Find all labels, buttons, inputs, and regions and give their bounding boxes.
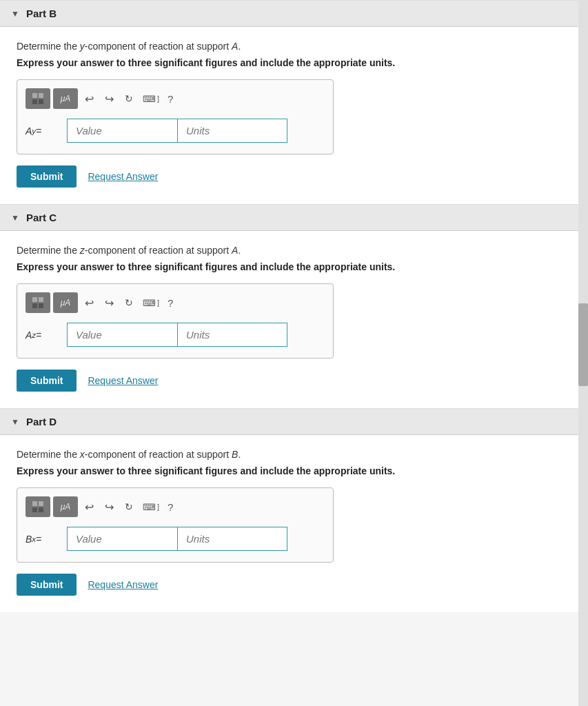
- part-b-help-button[interactable]: ?: [165, 90, 176, 108]
- part-c-answer-box: μA ↩ ↪ ↻ ⌨ ] ? Az =: [17, 283, 334, 359]
- part-d-value-input[interactable]: [67, 527, 177, 551]
- part-d-instruction: Express your answer to three significant…: [17, 465, 571, 476]
- part-d-refresh-button[interactable]: ↻: [121, 498, 137, 515]
- part-d-body: Determine the x-component of reaction at…: [0, 435, 588, 612]
- part-c-description: Determine the z-component of reaction at…: [17, 245, 571, 256]
- grid-icon: [32, 296, 44, 309]
- part-d-action-row: Submit Request Answer: [17, 574, 571, 596]
- part-b-toolbar: μA ↩ ↪ ↻ ⌨ ] ?: [26, 88, 325, 109]
- part-b-refresh-button[interactable]: ↻: [121, 90, 137, 107]
- part-c-refresh-button[interactable]: ↻: [121, 294, 137, 311]
- svg-rect-0: [32, 93, 37, 98]
- svg-rect-10: [32, 507, 37, 512]
- svg-rect-3: [39, 99, 43, 104]
- part-c-value-input[interactable]: [67, 323, 177, 347]
- part-b-chevron[interactable]: ▼: [11, 9, 19, 19]
- mu-label: μA: [61, 502, 71, 512]
- part-b-body: Determine the y-component of reaction at…: [0, 27, 588, 204]
- part-d-input-row: Bx =: [26, 527, 325, 551]
- part-c-section: ▼ Part C Determine the z-component of re…: [0, 204, 588, 408]
- grid-icon: [32, 501, 44, 513]
- part-b-mu-button[interactable]: μA: [53, 88, 78, 109]
- part-b-header: ▼ Part B: [0, 1, 588, 27]
- grid-icon: [32, 92, 44, 105]
- part-c-units-input[interactable]: [177, 323, 287, 347]
- part-c-request-answer-button[interactable]: Request Answer: [88, 375, 158, 386]
- keyboard-icon: ⌨: [143, 502, 156, 512]
- part-b-submit-button[interactable]: Submit: [17, 165, 77, 188]
- part-d-eq-label: Bx =: [26, 534, 60, 545]
- part-d-submit-button[interactable]: Submit: [17, 574, 77, 596]
- svg-rect-7: [39, 303, 43, 308]
- part-c-mu-button[interactable]: μA: [53, 292, 78, 313]
- part-d-redo-button[interactable]: ↪: [101, 498, 118, 516]
- part-c-body: Determine the z-component of reaction at…: [0, 231, 588, 408]
- svg-rect-6: [32, 303, 37, 308]
- part-c-chevron[interactable]: ▼: [11, 213, 19, 223]
- part-d-grid-button[interactable]: [26, 496, 50, 517]
- part-c-action-row: Submit Request Answer: [17, 370, 571, 392]
- keyboard-icon: ⌨: [143, 298, 156, 308]
- part-c-eq-label: Az =: [26, 330, 60, 341]
- part-c-keyboard-button[interactable]: ⌨ ]: [140, 295, 162, 311]
- part-b-eq-label: Ay =: [26, 125, 60, 137]
- mu-label: μA: [61, 94, 71, 103]
- svg-rect-4: [32, 297, 37, 302]
- part-b-title: Part B: [26, 8, 57, 19]
- part-b-value-input[interactable]: [67, 119, 177, 143]
- svg-rect-8: [32, 501, 37, 506]
- part-c-grid-button[interactable]: [26, 292, 50, 313]
- part-c-instruction: Express your answer to three significant…: [17, 261, 571, 272]
- part-b-input-row: Ay =: [26, 119, 325, 143]
- mu-label: μA: [61, 298, 71, 307]
- part-d-title: Part D: [26, 416, 57, 427]
- part-d-answer-box: μA ↩ ↪ ↻ ⌨ ] ? Bx =: [17, 487, 334, 563]
- part-d-chevron[interactable]: ▼: [11, 417, 19, 427]
- part-b-grid-button[interactable]: [26, 88, 50, 109]
- part-c-undo-button[interactable]: ↩: [81, 294, 98, 312]
- part-b-action-row: Submit Request Answer: [17, 165, 571, 188]
- part-b-redo-button[interactable]: ↪: [101, 90, 118, 108]
- page-wrapper: ▼ Part B Determine the y-component of re…: [0, 0, 588, 706]
- scrollbar-track: [578, 0, 588, 706]
- svg-rect-11: [39, 507, 43, 512]
- scrollbar-thumb[interactable]: [578, 303, 588, 386]
- part-d-section: ▼ Part D Determine the x-component of re…: [0, 408, 588, 612]
- part-b-units-input[interactable]: [177, 119, 287, 143]
- part-c-submit-button[interactable]: Submit: [17, 370, 77, 392]
- part-b-answer-box: μA ↩ ↪ ↻ ⌨ ] ? Ay =: [17, 79, 334, 154]
- part-c-help-button[interactable]: ?: [165, 294, 176, 312]
- part-b-instruction: Express your answer to three significant…: [17, 57, 571, 68]
- part-d-toolbar: μA ↩ ↪ ↻ ⌨ ] ?: [26, 496, 325, 517]
- part-c-input-row: Az =: [26, 323, 325, 347]
- part-d-description: Determine the x-component of reaction at…: [17, 449, 571, 460]
- part-d-mu-button[interactable]: μA: [53, 496, 78, 517]
- part-d-request-answer-button[interactable]: Request Answer: [88, 579, 158, 590]
- part-d-undo-button[interactable]: ↩: [81, 498, 98, 516]
- part-d-keyboard-button[interactable]: ⌨ ]: [140, 499, 162, 515]
- svg-rect-5: [39, 297, 43, 302]
- part-b-request-answer-button[interactable]: Request Answer: [88, 171, 158, 182]
- svg-rect-9: [39, 501, 43, 506]
- part-d-help-button[interactable]: ?: [165, 498, 176, 516]
- part-c-header: ▼ Part C: [0, 205, 588, 231]
- part-c-title: Part C: [26, 212, 57, 223]
- part-b-keyboard-button[interactable]: ⌨ ]: [140, 91, 162, 107]
- part-b-section: ▼ Part B Determine the y-component of re…: [0, 0, 588, 204]
- svg-rect-1: [39, 93, 43, 98]
- part-b-undo-button[interactable]: ↩: [81, 90, 98, 108]
- part-c-redo-button[interactable]: ↪: [101, 294, 118, 312]
- part-b-description: Determine the y-component of reaction at…: [17, 41, 571, 52]
- svg-rect-2: [32, 99, 37, 104]
- part-d-header: ▼ Part D: [0, 409, 588, 435]
- keyboard-icon: ⌨: [143, 94, 156, 104]
- part-d-units-input[interactable]: [177, 527, 287, 551]
- part-c-toolbar: μA ↩ ↪ ↻ ⌨ ] ?: [26, 292, 325, 313]
